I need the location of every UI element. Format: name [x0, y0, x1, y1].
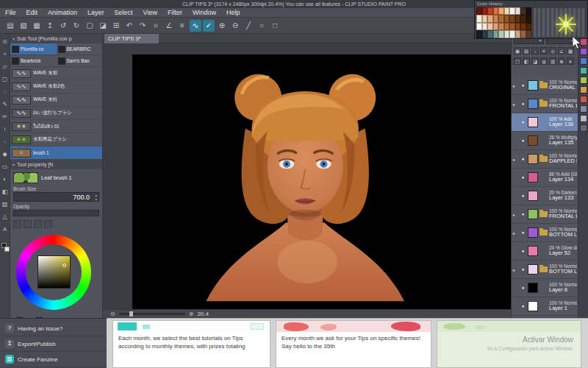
color-swatch[interactable] — [498, 15, 504, 22]
color-swatch[interactable] — [482, 15, 488, 22]
subtool-list-item[interactable]: ∿∿ WAVE 水彩 — [10, 67, 102, 80]
layer-row[interactable]: 100 % Normal FRONTAL LIGHT — [512, 95, 578, 113]
palette-dock-tab[interactable] — [580, 57, 587, 65]
layer-row[interactable]: 100 % Normal BOTTOM LIGHT — [512, 261, 578, 279]
zoom-in-icon[interactable] — [189, 311, 194, 317]
magnifier-tool-icon[interactable]: ⊙ — [0, 35, 10, 48]
selection-tool-icon[interactable]: ▢ — [0, 73, 10, 85]
subtool-grid-item[interactable]: Bearbrick — [10, 55, 57, 67]
background-color-swatch[interactable] — [4, 247, 10, 252]
menu-item[interactable]: Animation — [43, 8, 82, 17]
color-swatch[interactable] — [487, 30, 493, 38]
layer-thumbnail[interactable] — [528, 135, 538, 146]
color-swatch[interactable] — [498, 30, 504, 38]
undo-icon[interactable]: ↺ — [57, 20, 69, 32]
lasso-tool-icon[interactable]: ◌ — [0, 85, 10, 98]
color-swatch[interactable] — [482, 30, 488, 38]
color-swatch[interactable] — [509, 30, 515, 38]
set-color-icon[interactable]: ◍ — [540, 57, 548, 65]
quick-access-item[interactable]: ? Having an issue? — [0, 321, 107, 336]
palette-dock-tab[interactable] — [580, 105, 587, 113]
color-swatch[interactable] — [476, 15, 482, 22]
color-swatch[interactable] — [476, 7, 482, 15]
property-option-icon[interactable] — [34, 220, 42, 228]
menu-item[interactable]: Filter — [162, 8, 187, 17]
layer-row[interactable]: 100 % Normal BOTTOM LIGHT — [512, 224, 578, 242]
visibility-eye-icon[interactable] — [520, 304, 526, 308]
palette-dock-tab[interactable] — [580, 115, 587, 122]
subtool-list-item[interactable]: ∗∗ ใบไม้ปลิว 01 — [10, 120, 102, 133]
line-tool-icon[interactable]: ╱ — [243, 20, 254, 32]
visibility-eye-icon[interactable] — [520, 194, 526, 198]
opacity-slider[interactable] — [13, 210, 99, 216]
layer-row[interactable]: 100 % Add Layer 136 — [512, 113, 578, 132]
expand-arrow-icon[interactable] — [513, 267, 518, 272]
menu-item[interactable]: View — [138, 8, 162, 17]
color-swatch[interactable] — [526, 7, 532, 15]
color-swatch[interactable] — [482, 23, 488, 30]
layer-thumbnail[interactable] — [528, 117, 538, 127]
color-swatch[interactable] — [520, 15, 526, 22]
two-pane-icon[interactable]: ▥ — [549, 57, 556, 65]
menu-item[interactable]: Window — [187, 8, 221, 17]
visibility-eye-icon[interactable] — [520, 212, 526, 216]
pencil-tool-icon[interactable]: ✏ — [0, 110, 10, 123]
menu-item[interactable]: Layer — [82, 8, 110, 17]
color-swatch[interactable] — [498, 7, 504, 15]
decoration-tool-icon[interactable]: ◆ — [0, 148, 10, 160]
expand-arrow-icon[interactable] — [513, 83, 518, 88]
ruler-snap-icon[interactable]: ∠ — [163, 20, 175, 32]
color-swatch[interactable] — [493, 23, 499, 30]
visibility-eye-icon[interactable] — [520, 286, 526, 290]
layer-thumbnail[interactable] — [528, 154, 538, 164]
operation-tool-icon[interactable]: ▱ — [0, 60, 10, 73]
zoom-slider[interactable] — [119, 313, 185, 315]
color-swatch[interactable] — [504, 7, 510, 15]
layer-row[interactable]: 100 % Normal Layer 1 — [512, 297, 578, 316]
subtool-grid-item[interactable]: BEARBRIC — [57, 43, 103, 55]
color-swatch[interactable] — [476, 30, 482, 38]
deselect-icon[interactable]: ◪ — [97, 20, 109, 32]
brush-tool-icon[interactable]: ≀ — [0, 123, 10, 135]
collapse-chevron-icon[interactable] — [12, 162, 15, 167]
drawing-canvas[interactable] — [132, 54, 513, 310]
visibility-eye-icon[interactable] — [520, 120, 526, 124]
visibility-eye-icon[interactable] — [520, 83, 526, 88]
subtool-panel-header[interactable]: Sub Tool [Plumilla con p — [10, 34, 102, 43]
fill-tool-icon[interactable]: ◧ — [0, 185, 10, 198]
alpha-lock-icon[interactable]: ◪ — [531, 57, 539, 65]
visibility-eye-icon[interactable] — [520, 102, 526, 106]
color-swatch[interactable] — [482, 7, 488, 15]
new-layer-icon[interactable]: ▣ — [514, 47, 521, 54]
color-swatch[interactable] — [487, 7, 493, 15]
transfer-down-icon[interactable]: ↓ — [531, 47, 539, 54]
color-swatch[interactable] — [515, 15, 521, 22]
gradient-tool-icon[interactable]: ▨ — [0, 198, 10, 210]
subtool-list-item[interactable]: ∿∿ WAVE 水彩2色 — [10, 80, 102, 93]
color-swatch[interactable] — [515, 23, 521, 30]
zoom-out-icon[interactable] — [110, 311, 115, 317]
color-swatch[interactable] — [493, 7, 499, 15]
quick-access-item[interactable]: ▥ Create Fanzine — [0, 352, 107, 367]
text-tool-icon[interactable]: A — [0, 223, 10, 236]
layer-row[interactable]: 24 % Glow dodge Layer 52 — [512, 242, 578, 261]
color-swatch[interactable] — [509, 7, 515, 15]
layer-thumbnail[interactable] — [528, 264, 538, 275]
export-icon[interactable]: ↥ — [44, 20, 56, 32]
delete-icon[interactable]: ▢ — [84, 20, 96, 32]
tips-card-monthly-tutorials[interactable]: Each month, we select the best tutorials… — [112, 320, 270, 368]
visibility-eye-icon[interactable] — [520, 230, 526, 235]
color-selector-dot[interactable] — [62, 263, 66, 267]
layer-thumbnail[interactable] — [528, 172, 538, 183]
menu-item[interactable]: File — [0, 8, 21, 17]
color-swatch[interactable] — [509, 15, 515, 22]
palette-dock-tab[interactable] — [580, 77, 587, 84]
special-ruler-snap-icon[interactable]: ≡ — [176, 20, 188, 32]
foreground-background-colors[interactable] — [1, 243, 10, 253]
more-icon[interactable]: ▾ — [567, 57, 574, 65]
expand-arrow-icon[interactable] — [513, 212, 518, 217]
figure-tool-icon[interactable]: △ — [0, 210, 10, 223]
color-swatch[interactable] — [520, 30, 526, 38]
tips-card-with-watermark[interactable]: Activar Window Ve a Configuración para a… — [437, 320, 581, 368]
tips-card-monthly-themes[interactable]: Every month we ask for your Tips on spec… — [276, 320, 431, 368]
